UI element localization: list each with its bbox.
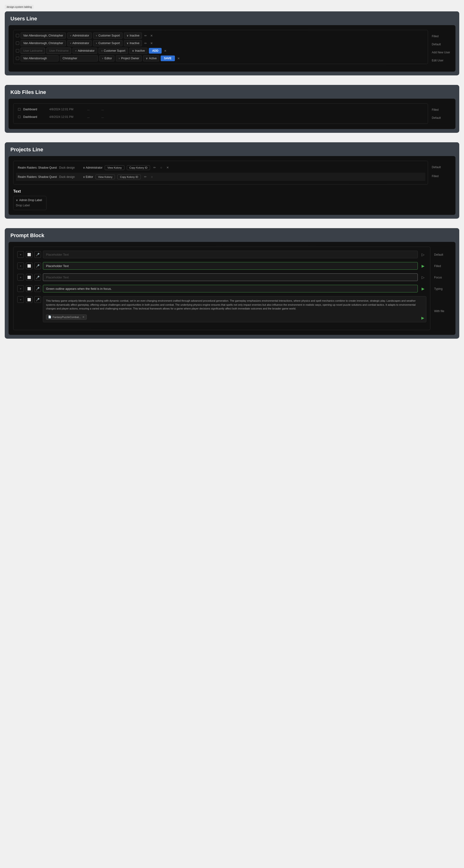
save-user-button[interactable]: SAVE	[161, 56, 175, 61]
project-edit-btn-1[interactable]: ✏	[143, 174, 147, 180]
edit-btn-default[interactable]: ✏	[143, 40, 148, 46]
project-circle-btn-1[interactable]: ○	[150, 174, 154, 180]
user-checkbox-default[interactable]	[16, 41, 19, 45]
files-inner: ☐ Dashboard 4/8/2024 12:01 PM ... ... ☐ …	[13, 103, 428, 124]
prompt-send-btn-default[interactable]: ▷	[420, 251, 426, 258]
prompt-plus-btn-default[interactable]: +	[17, 251, 24, 258]
project-circle-btn-0[interactable]: ○	[159, 165, 163, 170]
prompt-image-btn-focus[interactable]: ⬜	[26, 274, 32, 281]
user-checkbox-filled[interactable]	[16, 34, 19, 37]
prompt-input-default[interactable]: Placeholder Text	[43, 251, 418, 258]
prompt-plus-btn-file[interactable]: +	[17, 296, 24, 303]
prompt-outer-container: + ⬜ 🎤 Placeholder Text ▷ + ⬜ 🎤	[13, 247, 430, 330]
prompt-send-btn-focus[interactable]: ▷	[420, 274, 426, 281]
user-dept-default[interactable]: ∨ Customer Suport	[93, 40, 123, 46]
edit-btn-filled[interactable]: ✏	[143, 33, 148, 38]
user-status-add[interactable]: ∨ Inactive	[129, 48, 147, 54]
user-role-edit[interactable]: ∨ Editor	[99, 55, 114, 61]
project-role-0[interactable]: ∨ Administrator	[83, 166, 103, 169]
project-role-1[interactable]: ∨ Editor	[83, 175, 93, 179]
user-status-default[interactable]: ∨ Inactive	[124, 40, 142, 46]
file-row-1[interactable]: ☐ Dashboard 4/8/2024 12:01 PM ... ...	[16, 114, 425, 120]
prompt-placeholder-default: Placeholder Text	[46, 253, 69, 256]
projects-line-title: Projects Line	[10, 147, 454, 153]
label-default: Default	[432, 40, 451, 49]
prompt-send-btn-typing[interactable]: ▶	[420, 285, 426, 292]
prompt-image-btn-default[interactable]: ⬜	[26, 251, 32, 258]
user-role-add[interactable]: ∨ Administrator	[72, 48, 97, 54]
text-subsection-title: Text	[13, 189, 428, 193]
project-row-1: Realm Raiders: Shadow Quest Duck design …	[16, 173, 425, 181]
user-checkbox-add[interactable]	[16, 49, 19, 53]
project-copy-btn-1[interactable]: Copy Kolony ID	[117, 175, 140, 179]
user-role-filled[interactable]: ∨ Administrator	[67, 32, 92, 39]
prompt-image-btn-filled[interactable]: ⬜	[26, 262, 32, 269]
prompt-plus-btn-typing[interactable]: +	[17, 285, 24, 292]
prompt-image-btn-file[interactable]: ⬜	[26, 296, 32, 303]
admin-drop-label: Admin Drop Label	[19, 198, 42, 202]
dept-label-edit: Project Owner	[121, 57, 139, 60]
label-filled: Filled	[432, 32, 451, 40]
file-chip-close-btn[interactable]: ✕	[82, 315, 85, 319]
prompt-mic-btn-default[interactable]: 🎤	[34, 251, 41, 258]
prompt-block-layout: + ⬜ 🎤 Placeholder Text ▷ + ⬜ 🎤	[13, 247, 451, 330]
prompt-label-focus: Focus	[434, 272, 451, 283]
prompt-textarea-wrap[interactable]: This fantasy game uniquely blends puzzle…	[43, 296, 426, 322]
dept-label-default: Customer Suport	[98, 41, 120, 45]
close-btn-edit[interactable]: ✕	[176, 56, 181, 61]
prompt-mic-btn-typing[interactable]: 🎤	[34, 285, 41, 292]
prompt-label-with-file: With file	[434, 294, 451, 328]
user-status-edit[interactable]: ∨ Active	[143, 55, 159, 61]
tab-label[interactable]: design-system tabling	[5, 5, 34, 9]
user-firstname-input[interactable]: User Firstname	[46, 48, 71, 54]
add-user-button[interactable]: ADD	[149, 48, 162, 54]
prompt-mic-btn-filled[interactable]: 🎤	[34, 262, 41, 269]
file-row-0[interactable]: ☐ Dashboard 4/8/2024 12:01 PM ... ...	[16, 106, 425, 113]
file-icon-1: ☐	[18, 115, 21, 119]
project-edit-btn-0[interactable]: ✏	[153, 165, 157, 170]
prompt-text-filled: Placeholder Text	[46, 264, 69, 268]
files-label-default: Default	[432, 114, 451, 122]
prompt-input-typing[interactable]: Green outline appears when the field is …	[43, 285, 418, 292]
prompt-row-typing: + ⬜ 🎤 Green outline appears when the fie…	[17, 285, 426, 292]
prompt-text-typing: Green outline appears when the field is …	[46, 287, 112, 290]
close-btn-filled[interactable]: ✕	[149, 33, 154, 38]
prompt-image-btn-typing[interactable]: ⬜	[26, 285, 32, 292]
project-view-btn-0[interactable]: View Kolony	[105, 165, 124, 170]
user-dept-edit[interactable]: ∨ Project Owner	[116, 55, 142, 61]
prompt-label-typing: Typing	[434, 283, 451, 294]
projects-line-body: Realm Raiders: Shadow Quest Duck design …	[8, 156, 456, 215]
status-label-default: Inactive	[130, 41, 139, 45]
user-role-default[interactable]: ∨ Administrator	[67, 40, 92, 46]
prompt-input-filled[interactable]: Placeholder Text	[43, 262, 418, 270]
prompt-file-chip[interactable]: 📄 FantasyPuzzleCombat... ✕	[46, 314, 87, 320]
close-btn-add[interactable]: ✕	[163, 48, 168, 54]
prompt-input-focus[interactable]: Placeholder Text	[43, 274, 418, 281]
project-view-btn-1[interactable]: View Kolony	[96, 175, 115, 179]
prompt-plus-btn-focus[interactable]: +	[17, 274, 24, 281]
user-lastname-input[interactable]: User Lastname	[21, 48, 45, 54]
prompt-label-filled: Filled	[434, 260, 451, 272]
role-label-filled: Administrator	[72, 34, 89, 37]
status-label-filled: Inactive	[130, 34, 139, 37]
file-name-0: Dashboard	[23, 108, 47, 111]
user-status-filled[interactable]: ∨ Inactive	[124, 32, 142, 39]
file-date-0: 4/8/2024 12:01 PM	[49, 108, 80, 111]
prompt-mic-btn-focus[interactable]: 🎤	[34, 274, 41, 281]
file-chip-name: FantasyPuzzleCombat...	[53, 316, 81, 318]
user-dept-filled[interactable]: ∨ Customer Suport	[93, 32, 123, 39]
project-close-btn-0[interactable]: ✕	[165, 165, 170, 170]
projects-inner: Realm Raiders: Shadow Quest Duck design …	[13, 161, 428, 210]
close-btn-default[interactable]: ✕	[149, 40, 154, 46]
admin-drop-item[interactable]: ∨ Admin Drop Label	[16, 198, 44, 202]
prompt-mic-btn-file[interactable]: 🎤	[34, 296, 41, 303]
user-checkbox-edit[interactable]	[16, 57, 19, 60]
prompt-send-btn-filled[interactable]: ▶	[420, 263, 426, 269]
label-edit-user: Edit User	[432, 57, 451, 64]
file-dots1-0: ...	[87, 108, 90, 111]
user-dept-add[interactable]: ∨ Customer Suport	[99, 48, 128, 54]
prompt-plus-btn-filled[interactable]: +	[17, 262, 24, 269]
project-copy-btn-0[interactable]: Copy Kolony ID	[127, 165, 150, 170]
prompt-row-filled: + ⬜ 🎤 Placeholder Text ▶	[17, 262, 426, 270]
prompt-send-corner-btn[interactable]: ▶	[421, 316, 424, 320]
